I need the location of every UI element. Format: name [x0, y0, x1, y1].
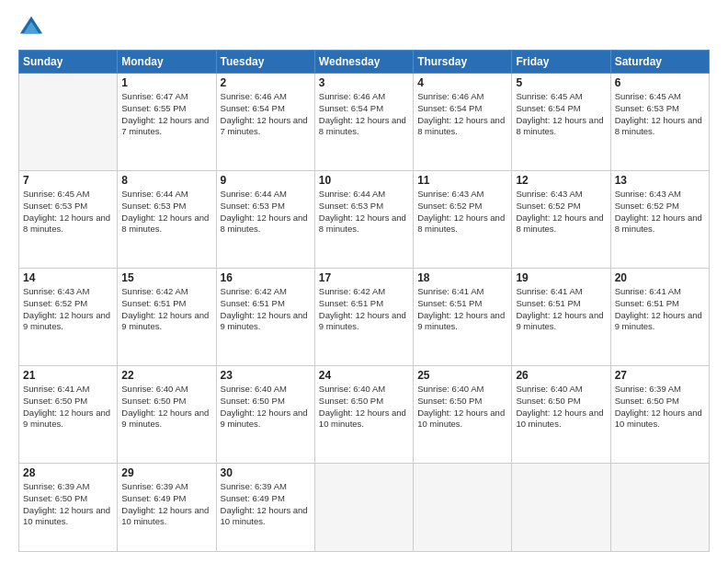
day-info: Sunrise: 6:40 AM Sunset: 6:50 PM Dayligh… [121, 384, 211, 431]
table-row [512, 464, 610, 552]
table-row: 9Sunrise: 6:44 AM Sunset: 6:53 PM Daylig… [216, 171, 314, 269]
table-row: 18Sunrise: 6:41 AM Sunset: 6:51 PM Dayli… [414, 269, 512, 366]
header [18, 15, 710, 40]
table-row: 5Sunrise: 6:45 AM Sunset: 6:54 PM Daylig… [512, 74, 610, 171]
table-row: 17Sunrise: 6:42 AM Sunset: 6:51 PM Dayli… [314, 269, 413, 366]
day-number: 14 [23, 271, 113, 284]
day-info: Sunrise: 6:46 AM Sunset: 6:54 PM Dayligh… [221, 91, 311, 138]
day-number: 17 [319, 271, 409, 284]
day-number: 21 [23, 369, 113, 382]
table-row: 21Sunrise: 6:41 AM Sunset: 6:50 PM Dayli… [19, 366, 118, 464]
day-number: 8 [121, 174, 211, 187]
table-row: 1Sunrise: 6:47 AM Sunset: 6:55 PM Daylig… [118, 74, 216, 171]
col-thursday: Thursday [414, 51, 512, 74]
table-row: 20Sunrise: 6:41 AM Sunset: 6:51 PM Dayli… [610, 269, 709, 366]
day-info: Sunrise: 6:43 AM Sunset: 6:52 PM Dayligh… [417, 189, 507, 236]
day-number: 27 [615, 369, 705, 382]
day-number: 23 [221, 369, 311, 382]
day-number: 3 [319, 76, 409, 89]
day-info: Sunrise: 6:42 AM Sunset: 6:51 PM Dayligh… [319, 286, 409, 333]
table-row: 16Sunrise: 6:42 AM Sunset: 6:51 PM Dayli… [216, 269, 314, 366]
day-number: 6 [615, 76, 705, 89]
day-number: 20 [615, 271, 705, 284]
day-number: 12 [516, 174, 606, 187]
table-row: 27Sunrise: 6:39 AM Sunset: 6:50 PM Dayli… [610, 366, 709, 464]
day-number: 26 [516, 369, 606, 382]
calendar-week-4: 28Sunrise: 6:39 AM Sunset: 6:50 PM Dayli… [19, 464, 710, 552]
day-number: 13 [615, 174, 705, 187]
table-row: 28Sunrise: 6:39 AM Sunset: 6:50 PM Dayli… [19, 464, 118, 552]
day-number: 1 [121, 76, 211, 89]
day-info: Sunrise: 6:39 AM Sunset: 6:49 PM Dayligh… [121, 481, 211, 528]
day-info: Sunrise: 6:46 AM Sunset: 6:54 PM Dayligh… [319, 91, 409, 138]
day-info: Sunrise: 6:45 AM Sunset: 6:53 PM Dayligh… [615, 91, 705, 138]
table-row: 19Sunrise: 6:41 AM Sunset: 6:51 PM Dayli… [512, 269, 610, 366]
header-row: Sunday Monday Tuesday Wednesday Thursday… [19, 51, 710, 74]
day-number: 24 [319, 369, 409, 382]
col-friday: Friday [512, 51, 610, 74]
table-row: 2Sunrise: 6:46 AM Sunset: 6:54 PM Daylig… [216, 74, 314, 171]
table-row: 22Sunrise: 6:40 AM Sunset: 6:50 PM Dayli… [118, 366, 216, 464]
day-number: 19 [516, 271, 606, 284]
table-row: 30Sunrise: 6:39 AM Sunset: 6:49 PM Dayli… [216, 464, 314, 552]
table-row: 8Sunrise: 6:44 AM Sunset: 6:53 PM Daylig… [118, 171, 216, 269]
day-info: Sunrise: 6:43 AM Sunset: 6:52 PM Dayligh… [615, 189, 705, 236]
day-info: Sunrise: 6:44 AM Sunset: 6:53 PM Dayligh… [221, 189, 311, 236]
table-row: 29Sunrise: 6:39 AM Sunset: 6:49 PM Dayli… [118, 464, 216, 552]
day-info: Sunrise: 6:45 AM Sunset: 6:54 PM Dayligh… [516, 91, 606, 138]
calendar-week-3: 21Sunrise: 6:41 AM Sunset: 6:50 PM Dayli… [19, 366, 710, 464]
day-info: Sunrise: 6:47 AM Sunset: 6:55 PM Dayligh… [121, 91, 211, 138]
day-info: Sunrise: 6:42 AM Sunset: 6:51 PM Dayligh… [221, 286, 311, 333]
table-row [314, 464, 413, 552]
day-number: 9 [221, 174, 311, 187]
table-row: 23Sunrise: 6:40 AM Sunset: 6:50 PM Dayli… [216, 366, 314, 464]
day-number: 18 [417, 271, 507, 284]
day-number: 28 [23, 466, 113, 479]
day-info: Sunrise: 6:40 AM Sunset: 6:50 PM Dayligh… [221, 384, 311, 431]
col-sunday: Sunday [19, 51, 118, 74]
day-number: 7 [23, 174, 113, 187]
day-info: Sunrise: 6:44 AM Sunset: 6:53 PM Dayligh… [121, 189, 211, 236]
table-row: 13Sunrise: 6:43 AM Sunset: 6:52 PM Dayli… [610, 171, 709, 269]
day-info: Sunrise: 6:40 AM Sunset: 6:50 PM Dayligh… [417, 384, 507, 431]
day-info: Sunrise: 6:40 AM Sunset: 6:50 PM Dayligh… [319, 384, 409, 431]
calendar-week-0: 1Sunrise: 6:47 AM Sunset: 6:55 PM Daylig… [19, 74, 710, 171]
table-row: 6Sunrise: 6:45 AM Sunset: 6:53 PM Daylig… [610, 74, 709, 171]
table-row: 14Sunrise: 6:43 AM Sunset: 6:52 PM Dayli… [19, 269, 118, 366]
logo-icon [18, 15, 44, 40]
calendar-table: Sunday Monday Tuesday Wednesday Thursday… [18, 50, 710, 552]
day-number: 16 [221, 271, 311, 284]
table-row: 12Sunrise: 6:43 AM Sunset: 6:52 PM Dayli… [512, 171, 610, 269]
col-tuesday: Tuesday [216, 51, 314, 74]
day-number: 11 [417, 174, 507, 187]
table-row [414, 464, 512, 552]
table-row: 10Sunrise: 6:44 AM Sunset: 6:53 PM Dayli… [314, 171, 413, 269]
table-row: 26Sunrise: 6:40 AM Sunset: 6:50 PM Dayli… [512, 366, 610, 464]
col-saturday: Saturday [610, 51, 709, 74]
calendar-week-1: 7Sunrise: 6:45 AM Sunset: 6:53 PM Daylig… [19, 171, 710, 269]
table-row [610, 464, 709, 552]
day-number: 15 [121, 271, 211, 284]
day-info: Sunrise: 6:45 AM Sunset: 6:53 PM Dayligh… [23, 189, 113, 236]
day-number: 10 [319, 174, 409, 187]
day-info: Sunrise: 6:40 AM Sunset: 6:50 PM Dayligh… [516, 384, 606, 431]
table-row: 7Sunrise: 6:45 AM Sunset: 6:53 PM Daylig… [19, 171, 118, 269]
day-number: 4 [417, 76, 507, 89]
day-number: 30 [221, 466, 311, 479]
day-info: Sunrise: 6:46 AM Sunset: 6:54 PM Dayligh… [417, 91, 507, 138]
table-row: 11Sunrise: 6:43 AM Sunset: 6:52 PM Dayli… [414, 171, 512, 269]
day-info: Sunrise: 6:44 AM Sunset: 6:53 PM Dayligh… [319, 189, 409, 236]
day-number: 29 [121, 466, 211, 479]
page: Sunday Monday Tuesday Wednesday Thursday… [0, 0, 728, 563]
day-info: Sunrise: 6:39 AM Sunset: 6:49 PM Dayligh… [221, 481, 311, 528]
day-info: Sunrise: 6:39 AM Sunset: 6:50 PM Dayligh… [23, 481, 113, 528]
col-monday: Monday [118, 51, 216, 74]
table-row: 15Sunrise: 6:42 AM Sunset: 6:51 PM Dayli… [118, 269, 216, 366]
table-row: 4Sunrise: 6:46 AM Sunset: 6:54 PM Daylig… [414, 74, 512, 171]
day-number: 5 [516, 76, 606, 89]
day-info: Sunrise: 6:41 AM Sunset: 6:51 PM Dayligh… [615, 286, 705, 333]
day-info: Sunrise: 6:41 AM Sunset: 6:51 PM Dayligh… [417, 286, 507, 333]
day-info: Sunrise: 6:41 AM Sunset: 6:51 PM Dayligh… [516, 286, 606, 333]
table-row: 3Sunrise: 6:46 AM Sunset: 6:54 PM Daylig… [314, 74, 413, 171]
logo [18, 15, 50, 40]
